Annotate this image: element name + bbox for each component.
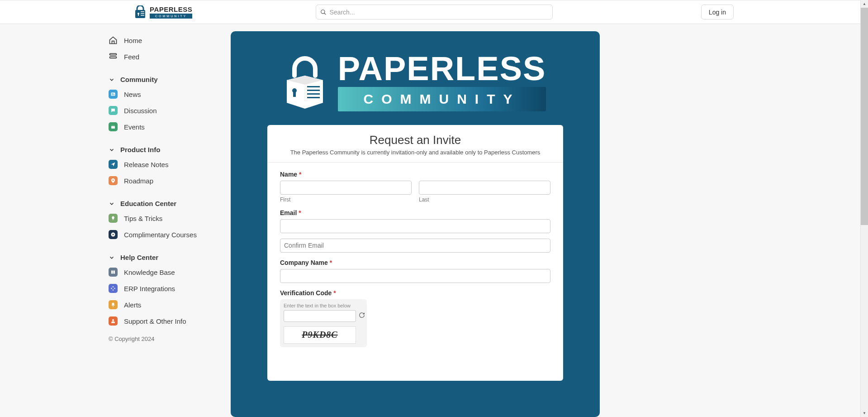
search-input[interactable] bbox=[316, 5, 553, 19]
brand-name: PAPERLESS bbox=[150, 6, 192, 13]
sidebar-section-header-help[interactable]: Help Center bbox=[104, 249, 231, 264]
svg-rect-26 bbox=[307, 93, 320, 95]
sidebar-section-header-product-info[interactable]: Product Info bbox=[104, 141, 231, 156]
company-label: Company Name * bbox=[280, 259, 550, 266]
captcha-input[interactable] bbox=[284, 310, 356, 322]
last-name-sublabel: Last bbox=[419, 197, 550, 203]
sidebar-item-feed[interactable]: Feed bbox=[104, 48, 231, 65]
name-label-text: Name bbox=[280, 171, 297, 178]
svg-rect-8 bbox=[110, 53, 117, 55]
first-name-input[interactable] bbox=[280, 181, 412, 195]
sidebar-item-label: Tips & Tricks bbox=[124, 215, 162, 222]
brand-text: PAPERLESS COMMUNITY bbox=[150, 6, 192, 19]
verification-label-text: Verification Code bbox=[280, 289, 332, 297]
sidebar-section-community: Community News Discussion Events bbox=[104, 71, 231, 135]
sidebar-item-home[interactable]: Home bbox=[104, 32, 231, 48]
hero-card: PAPERLESS COMMUNITY Request an Invite Th… bbox=[231, 31, 600, 417]
svg-rect-0 bbox=[135, 10, 145, 18]
search-wrap bbox=[316, 5, 553, 19]
chevron-down-icon bbox=[109, 201, 115, 207]
captcha-hint: Enter the text in the box below bbox=[284, 303, 363, 308]
sidebar-item-label: Support & Other Info bbox=[124, 317, 186, 325]
email-label: Email * bbox=[280, 209, 550, 216]
confirm-email-input[interactable] bbox=[280, 239, 550, 253]
svg-point-20 bbox=[113, 306, 114, 307]
scroll-down-arrow[interactable]: ▼ bbox=[861, 409, 868, 417]
sidebar-item-news[interactable]: News bbox=[104, 86, 231, 102]
sidebar-section-help: Help Center Knowledge Base ERP Integrati… bbox=[104, 249, 231, 329]
brand-tag: COMMUNITY bbox=[150, 14, 192, 19]
hero-text: PAPERLESS COMMUNITY bbox=[338, 54, 546, 111]
sidebar-item-label: Knowledge Base bbox=[124, 268, 175, 276]
sidebar-item-support[interactable]: Support & Other Info bbox=[104, 313, 231, 329]
sidebar-section-product-info: Product Info Release Notes Roadmap bbox=[104, 141, 231, 189]
sidebar-item-label: Complimentary Courses bbox=[124, 231, 197, 239]
sidebar-item-knowledge-base[interactable]: Knowledge Base bbox=[104, 264, 231, 280]
svg-rect-9 bbox=[110, 57, 117, 58]
first-name-sublabel: First bbox=[280, 197, 412, 203]
knowledge-base-icon bbox=[109, 268, 118, 277]
release-notes-icon bbox=[109, 160, 118, 169]
chevron-down-icon bbox=[109, 254, 115, 261]
field-verification: Verification Code * Enter the text in th… bbox=[280, 289, 550, 347]
svg-rect-11 bbox=[112, 93, 114, 94]
sidebar-item-release-notes[interactable]: Release Notes bbox=[104, 156, 231, 173]
sidebar-item-discussion[interactable]: Discussion bbox=[104, 102, 231, 119]
scroll-thumb[interactable] bbox=[861, 8, 868, 225]
svg-point-6 bbox=[321, 10, 324, 13]
captcha-text: P9KD8C bbox=[302, 330, 337, 340]
courses-icon bbox=[109, 230, 118, 239]
svg-rect-13 bbox=[112, 95, 114, 96]
home-icon bbox=[109, 36, 118, 45]
sidebar-item-roadmap[interactable]: Roadmap bbox=[104, 173, 231, 189]
scrollbar[interactable]: ▲ ▼ bbox=[860, 0, 868, 417]
sidebar-item-alerts[interactable]: Alerts bbox=[104, 297, 231, 313]
hero-lock-icon bbox=[285, 55, 325, 110]
form-subtitle: The Paperless Community is currently inv… bbox=[276, 149, 554, 156]
sidebar-item-label: Feed bbox=[124, 53, 139, 61]
last-name-input[interactable] bbox=[419, 181, 550, 195]
brand-logo[interactable]: PAPERLESS COMMUNITY bbox=[134, 5, 192, 19]
alerts-icon bbox=[109, 300, 118, 309]
svg-rect-5 bbox=[141, 15, 144, 16]
svg-rect-15 bbox=[111, 125, 115, 126]
field-email: Email * bbox=[280, 209, 550, 253]
copyright-text: © Copyright 2024 bbox=[104, 329, 231, 349]
sidebar-section-title: Product Info bbox=[120, 146, 160, 153]
required-marker: * bbox=[299, 171, 301, 178]
hero-banner: PAPERLESS COMMUNITY bbox=[231, 31, 600, 120]
erp-icon bbox=[109, 284, 118, 293]
sidebar-item-tips-tricks[interactable]: Tips & Tricks bbox=[104, 210, 231, 226]
company-label-text: Company Name bbox=[280, 259, 328, 266]
svg-rect-4 bbox=[141, 13, 144, 14]
sidebar-item-courses[interactable]: Complimentary Courses bbox=[104, 226, 231, 243]
verification-label: Verification Code * bbox=[280, 289, 550, 297]
roadmap-icon bbox=[109, 176, 118, 185]
scroll-up-arrow[interactable]: ▲ bbox=[861, 0, 868, 8]
chevron-down-icon bbox=[109, 77, 115, 83]
sidebar-item-label: Events bbox=[124, 123, 145, 131]
feed-icon bbox=[109, 52, 118, 61]
svg-point-16 bbox=[113, 180, 114, 181]
search-icon bbox=[320, 9, 327, 15]
name-label: Name * bbox=[280, 171, 550, 178]
page-body: Home Feed Community News bbox=[0, 0, 868, 417]
refresh-icon[interactable] bbox=[359, 312, 365, 320]
email-input[interactable] bbox=[280, 219, 550, 233]
sidebar-item-label: Discussion bbox=[124, 107, 157, 115]
invite-form-panel: Request an Invite The Paperless Communit… bbox=[267, 125, 563, 381]
sidebar-item-erp[interactable]: ERP Integrations bbox=[104, 280, 231, 297]
sidebar-item-events[interactable]: Events bbox=[104, 119, 231, 135]
sidebar-section-header-education[interactable]: Education Center bbox=[104, 195, 231, 210]
sidebar-section-header-community[interactable]: Community bbox=[104, 71, 231, 86]
required-marker: * bbox=[299, 209, 301, 216]
sidebar-item-label: Home bbox=[124, 37, 142, 44]
login-button[interactable]: Log in bbox=[701, 5, 734, 19]
chevron-down-icon bbox=[109, 147, 115, 153]
hero-title: PAPERLESS bbox=[338, 54, 546, 84]
company-input[interactable] bbox=[280, 269, 550, 283]
form-header: Request an Invite The Paperless Communit… bbox=[267, 133, 563, 163]
field-company: Company Name * bbox=[280, 259, 550, 283]
svg-rect-24 bbox=[307, 86, 320, 87]
sidebar: Home Feed Community News bbox=[104, 24, 231, 417]
